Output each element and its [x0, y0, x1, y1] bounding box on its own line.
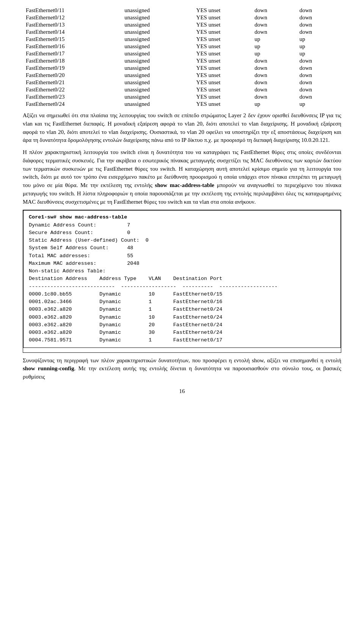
interface-proto: YES unset	[193, 36, 252, 43]
interface-proto: YES unset	[193, 43, 252, 50]
interface-proto: YES unset	[193, 57, 252, 64]
code-line: Total MAC addresses: 55	[29, 252, 335, 260]
interface-name: FastEthernet0/20	[23, 72, 121, 79]
interface-proto: YES unset	[193, 28, 252, 36]
code-line: Non-static Address Table:	[29, 267, 335, 275]
interface-proto: YES unset	[193, 72, 252, 79]
code-line: 0003.e362.a820 Dynamic 30 FastEthernet0/…	[29, 329, 335, 336]
interface-link: down	[251, 57, 296, 64]
interface-proto: YES unset	[193, 86, 252, 93]
table-row: FastEthernet0/13 unassigned YES unset do…	[23, 21, 341, 28]
table-row: FastEthernet0/18 unassigned YES unset do…	[23, 57, 341, 64]
interface-link: up	[251, 36, 296, 43]
interface-status: unassigned	[121, 64, 193, 72]
interface-name: FastEthernet0/17	[23, 50, 121, 57]
code-line: 0003.e362.a820 Dynamic 1 FastEthernet0/2…	[29, 306, 335, 313]
interface-name: FastEthernet0/12	[23, 14, 121, 21]
interface-link: up	[251, 101, 296, 108]
interface-name: FastEthernet0/16	[23, 43, 121, 50]
table-row: FastEthernet0/20 unassigned YES unset do…	[23, 72, 341, 79]
interface-status: unassigned	[121, 101, 193, 108]
interface-link: down	[251, 21, 296, 28]
code-line: Dynamic Address Count: 7	[29, 222, 335, 229]
interface-proto: YES unset	[193, 50, 252, 57]
interface-proto: YES unset	[193, 93, 252, 101]
interface-proto: YES unset	[193, 21, 252, 28]
code-title: Core1-sw# show mac-address-table	[29, 214, 335, 221]
interface-duplex: up	[297, 50, 341, 57]
interface-name: FastEthernet0/18	[23, 57, 121, 64]
interface-link: down	[251, 79, 296, 86]
interface-status: unassigned	[121, 79, 193, 86]
interface-duplex: down	[297, 7, 341, 14]
interface-link: down	[251, 72, 296, 79]
code-line: 0003.e362.a820 Dynamic 20 FastEthernet0/…	[29, 321, 335, 329]
interface-link: up	[251, 50, 296, 57]
interface-duplex: down	[297, 86, 341, 93]
show-mac-bold: show mac-address-table	[155, 182, 214, 188]
interface-name: FastEthernet0/15	[23, 36, 121, 43]
table-row: FastEthernet0/14 unassigned YES unset do…	[23, 28, 341, 36]
interface-status: unassigned	[121, 93, 193, 101]
code-block-wrapper: Core1-sw# show mac-address-tableDynamic …	[23, 210, 341, 352]
show-running-bold: show running-config	[23, 365, 74, 371]
table-row: FastEthernet0/12 unassigned YES unset do…	[23, 14, 341, 21]
interface-status: unassigned	[121, 7, 193, 14]
code-line: Static Address (User-defined) Count: 0	[29, 237, 335, 244]
paragraph-4: Συνοψίζοντας τη περιγραφή των πλέον χαρα…	[23, 357, 341, 381]
table-row: FastEthernet0/11 unassigned YES unset do…	[23, 7, 341, 14]
interface-name: FastEthernet0/19	[23, 64, 121, 72]
code-line: Secure Address Count: 0	[29, 229, 335, 237]
interface-link: down	[251, 28, 296, 36]
interface-link: down	[251, 86, 296, 93]
interface-duplex: down	[297, 72, 341, 79]
interface-duplex: down	[297, 64, 341, 72]
interface-link: down	[251, 14, 296, 21]
table-row: FastEthernet0/16 unassigned YES unset up…	[23, 43, 341, 50]
interface-name: FastEthernet0/11	[23, 7, 121, 14]
table-row: FastEthernet0/21 unassigned YES unset do…	[23, 79, 341, 86]
interface-duplex: up	[297, 43, 341, 50]
interface-name: FastEthernet0/24	[23, 101, 121, 108]
interface-link: down	[251, 7, 296, 14]
code-line: Maximum MAC addresses: 2048	[29, 260, 335, 267]
interface-name: FastEthernet0/13	[23, 21, 121, 28]
interface-name: FastEthernet0/22	[23, 86, 121, 93]
code-line: ---------------------------- -----------…	[29, 283, 335, 291]
code-line: 0003.e362.a820 Dynamic 10 FastEthernet0/…	[29, 314, 335, 321]
interface-proto: YES unset	[193, 64, 252, 72]
table-row: FastEthernet0/23 unassigned YES unset do…	[23, 93, 341, 101]
table-row: FastEthernet0/15 unassigned YES unset up…	[23, 36, 341, 43]
interface-status: unassigned	[121, 28, 193, 36]
table-row: FastEthernet0/24 unassigned YES unset up…	[23, 101, 341, 108]
code-line: 0001.02ac.3466 Dynamic 1 FastEthernet0/1…	[29, 298, 335, 306]
interface-duplex: down	[297, 28, 341, 36]
interface-proto: YES unset	[193, 7, 252, 14]
code-block: Core1-sw# show mac-address-tableDynamic …	[23, 210, 341, 347]
interface-status: unassigned	[121, 57, 193, 64]
interface-proto: YES unset	[193, 101, 252, 108]
interface-duplex: down	[297, 14, 341, 21]
interface-duplex: down	[297, 21, 341, 28]
interface-link: down	[251, 64, 296, 72]
interface-proto: YES unset	[193, 14, 252, 21]
interface-table: FastEthernet0/11 unassigned YES unset do…	[23, 7, 341, 108]
interface-duplex: up	[297, 101, 341, 108]
paragraph-3: Η πλέον χαρακτηριστική λειτουργία του sw…	[23, 148, 341, 206]
code-line: System Self Address Count: 48	[29, 244, 335, 252]
table-row: FastEthernet0/22 unassigned YES unset do…	[23, 86, 341, 93]
code-line: 0004.7581.9571 Dynamic 1 FastEthernet0/1…	[29, 336, 335, 344]
code-line: Destination Address Address Type VLAN De…	[29, 275, 335, 283]
interface-status: unassigned	[121, 43, 193, 50]
interface-duplex: down	[297, 93, 341, 101]
page-number: 16	[23, 388, 341, 395]
interface-duplex: up	[297, 36, 341, 43]
interface-duplex: down	[297, 79, 341, 86]
interface-status: unassigned	[121, 14, 193, 21]
interface-name: FastEthernet0/14	[23, 28, 121, 36]
interface-status: unassigned	[121, 86, 193, 93]
interface-status: unassigned	[121, 21, 193, 28]
table-row: FastEthernet0/17 unassigned YES unset up…	[23, 50, 341, 57]
table-row: FastEthernet0/19 unassigned YES unset do…	[23, 64, 341, 72]
interface-status: unassigned	[121, 36, 193, 43]
